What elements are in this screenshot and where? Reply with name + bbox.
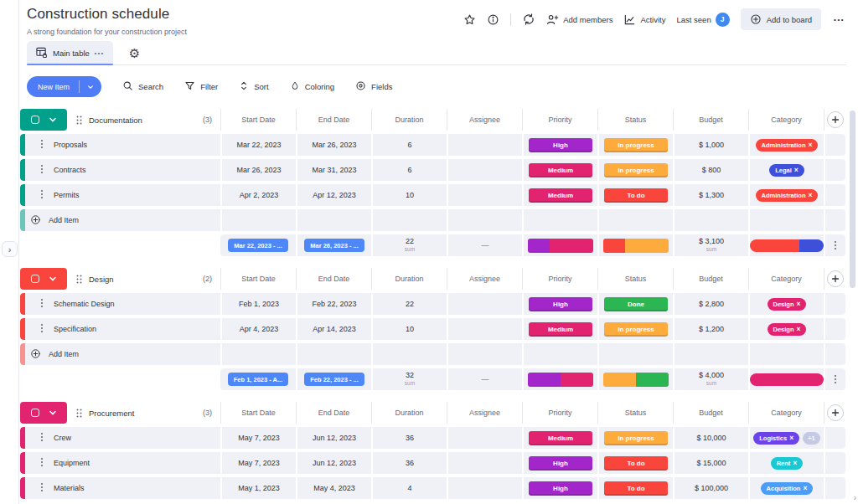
board-menu-icon[interactable]: •••	[832, 16, 846, 23]
end-date-cell[interactable]: Jun 12, 2023	[296, 427, 371, 449]
category-chip[interactable]: Acquisition×	[761, 482, 814, 495]
add-members-button[interactable]: Add members	[546, 13, 612, 26]
new-item-button[interactable]: New Item	[27, 76, 101, 97]
board-settings-gear-icon[interactable]: ⚙	[129, 47, 140, 59]
category-cell[interactable]: Administration×	[748, 184, 824, 206]
row-menu-handle[interactable]	[40, 189, 44, 201]
priority-pill[interactable]: Medium	[529, 188, 592, 203]
row-menu-handle[interactable]	[40, 164, 44, 176]
remove-chip-icon[interactable]: ×	[797, 300, 801, 308]
assignee-cell[interactable]	[447, 318, 522, 340]
budget-cell[interactable]: $ 1,300	[673, 184, 748, 206]
end-date-cell[interactable]: Apr 14, 2023	[296, 318, 371, 340]
column-header-end-date[interactable]: End Date	[296, 109, 371, 131]
item-name-cell[interactable]: Crew	[20, 427, 220, 449]
info-icon[interactable]	[487, 13, 499, 26]
status-cell[interactable]: In progress	[597, 159, 673, 181]
start-date-cell[interactable]: Apr 2, 2023	[220, 184, 296, 206]
start-date-cell[interactable]: Mar 22, 2023	[220, 134, 296, 156]
budget-cell[interactable]: $ 2,800	[673, 293, 748, 315]
assignee-cell[interactable]	[447, 159, 522, 181]
row-menu-icon[interactable]	[40, 432, 44, 442]
status-distribution-bar[interactable]	[603, 239, 669, 253]
category-chip[interactable]: Rent×	[771, 457, 804, 470]
summary-menu-cell[interactable]	[824, 368, 845, 390]
column-header-assignee[interactable]: Assignee	[447, 268, 522, 290]
item-name-cell[interactable]: Specification	[20, 318, 220, 340]
budget-cell[interactable]: $ 15,000	[673, 452, 748, 474]
end-date-cell[interactable]: Mar 26, 2023	[296, 134, 371, 156]
row-menu-handle[interactable]	[40, 482, 44, 494]
scroll-right-icon[interactable]: ›	[854, 493, 856, 502]
fields-button[interactable]: Fields	[355, 80, 392, 93]
duration-cell[interactable]: 6	[371, 159, 447, 181]
column-header-assignee[interactable]: Assignee	[447, 402, 522, 424]
priority-pill[interactable]: High	[529, 456, 592, 471]
column-header-end-date[interactable]: End Date	[296, 268, 371, 290]
start-date-cell[interactable]: May 1, 2023	[220, 477, 296, 499]
column-header-end-date[interactable]: End Date	[296, 402, 371, 424]
priority-pill[interactable]: High	[529, 481, 592, 496]
item-name-cell[interactable]: Materials	[20, 477, 220, 499]
row-menu-icon[interactable]	[40, 323, 44, 333]
category-chip[interactable]: Design×	[768, 323, 807, 336]
duration-cell[interactable]: 22	[371, 293, 447, 315]
search-button[interactable]: Search	[122, 80, 163, 93]
priority-cell[interactable]: Medium	[522, 159, 597, 181]
status-pill[interactable]: In progress	[604, 431, 668, 445]
status-distribution-bar[interactable]	[603, 373, 669, 387]
column-header-status[interactable]: Status	[597, 268, 673, 290]
category-distribution-bar[interactable]	[750, 239, 824, 252]
priority-pill[interactable]: Medium	[529, 431, 592, 445]
column-header-budget[interactable]: Budget	[673, 402, 748, 424]
category-distribution-bar[interactable]	[750, 373, 824, 386]
row-menu-icon[interactable]	[40, 189, 44, 199]
add-column-button[interactable]	[827, 404, 844, 421]
new-item-dropdown-icon[interactable]	[80, 76, 101, 97]
group-checkbox[interactable]	[31, 275, 39, 283]
row-menu-icon[interactable]	[40, 457, 44, 467]
budget-cell[interactable]: $ 100,000	[673, 477, 748, 499]
category-cell[interactable]: Administration×	[748, 134, 824, 156]
group-toggle[interactable]	[20, 109, 67, 131]
date-range-pill[interactable]: Mar 22, 2023 - ...	[228, 239, 288, 252]
budget-cell[interactable]: $ 1,000	[673, 134, 748, 156]
column-header-duration[interactable]: Duration	[371, 268, 447, 290]
favorite-star-icon[interactable]	[463, 13, 476, 26]
summary-menu-cell[interactable]	[824, 234, 845, 256]
add-item-row[interactable]: Add Item	[20, 209, 845, 231]
priority-cell[interactable]: High	[522, 134, 597, 156]
remove-chip-icon[interactable]: ×	[789, 434, 793, 442]
item-name[interactable]: Specification	[54, 325, 96, 333]
start-date-cell[interactable]: May 7, 2023	[220, 452, 296, 474]
status-pill[interactable]: In progress	[604, 163, 668, 177]
duration-cell[interactable]: 36	[371, 427, 447, 449]
status-cell[interactable]: In progress	[597, 427, 673, 449]
duration-cell[interactable]: 6	[371, 134, 447, 156]
column-header-priority[interactable]: Priority	[522, 268, 597, 290]
group-checkbox[interactable]	[31, 116, 39, 124]
item-name-cell[interactable]: Equipment	[20, 452, 220, 474]
priority-cell[interactable]: High	[522, 477, 597, 499]
column-header-category[interactable]: Category	[748, 268, 824, 290]
priority-distribution-bar[interactable]	[528, 239, 593, 253]
row-menu-icon[interactable]	[40, 298, 44, 308]
column-header-status[interactable]: Status	[597, 402, 673, 424]
add-column-button[interactable]	[827, 270, 844, 287]
priority-cell[interactable]: Medium	[522, 427, 597, 449]
end-date-cell[interactable]: Apr 12, 2023	[296, 184, 371, 206]
start-date-cell[interactable]: Mar 26, 2023	[220, 159, 296, 181]
group-collapse-chevron-icon[interactable]	[49, 116, 57, 124]
group-name[interactable]: Design	[89, 275, 114, 284]
item-name[interactable]: Materials	[54, 484, 85, 492]
priority-pill[interactable]: Medium	[529, 163, 592, 177]
category-chip[interactable]: Legal×	[769, 164, 804, 177]
remove-chip-icon[interactable]: ×	[793, 459, 797, 467]
add-item-cell[interactable]: Add Item	[20, 209, 220, 231]
priority-pill[interactable]: High	[529, 297, 592, 311]
column-header-duration[interactable]: Duration	[371, 402, 447, 424]
priority-cell[interactable]: Medium	[522, 184, 597, 206]
drag-handle-icon[interactable]	[76, 275, 82, 284]
category-cell[interactable]: Legal×	[748, 159, 824, 181]
duration-cell[interactable]: 10	[371, 318, 447, 340]
